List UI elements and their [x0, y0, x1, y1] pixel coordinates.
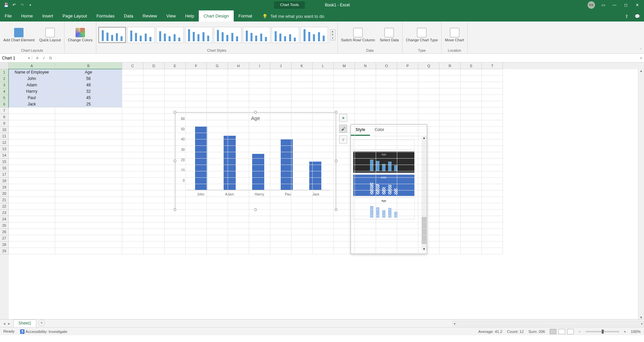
cell-T21[interactable]	[482, 197, 503, 203]
cell-G24[interactable]	[207, 216, 228, 222]
cell-F14[interactable]	[186, 152, 207, 159]
cell-H4[interactable]	[228, 88, 249, 95]
cell-J4[interactable]	[270, 88, 291, 95]
cell-F25[interactable]	[186, 222, 207, 229]
cell-C11[interactable]	[122, 133, 143, 139]
cell-B27[interactable]	[55, 235, 122, 242]
cell-Q23[interactable]	[418, 210, 440, 216]
cell-D3[interactable]	[143, 82, 165, 88]
cell-Q11[interactable]	[418, 133, 440, 139]
cell-R21[interactable]	[440, 197, 461, 203]
cell-L2[interactable]	[313, 76, 334, 82]
cell-K28[interactable]	[291, 242, 313, 248]
row-header-29[interactable]: 29	[0, 248, 9, 254]
cell-N2[interactable]	[355, 76, 376, 82]
status-accessibility[interactable]: ♿ Accessibility: Investigate	[20, 329, 67, 334]
zoom-level[interactable]: 100%	[631, 330, 641, 334]
cell-B29[interactable]	[55, 248, 122, 254]
cell-R2[interactable]	[440, 76, 461, 82]
cell-E1[interactable]	[165, 69, 186, 76]
cell-T7[interactable]	[482, 108, 503, 114]
cell-I29[interactable]	[249, 248, 270, 254]
cell-R15[interactable]	[440, 159, 461, 165]
cell-T29[interactable]	[482, 248, 503, 254]
cell-G23[interactable]	[207, 210, 228, 216]
cell-L27[interactable]	[313, 235, 334, 242]
cell-G26[interactable]	[207, 229, 228, 235]
row-header-1[interactable]: 1	[0, 69, 9, 76]
vertical-scrollbar[interactable]: ▲▼	[638, 69, 644, 319]
cell-E20[interactable]	[165, 190, 186, 197]
cell-N10[interactable]	[355, 127, 376, 133]
cell-F20[interactable]	[186, 190, 207, 197]
row-header-24[interactable]: 24	[0, 216, 9, 222]
cell-R27[interactable]	[440, 235, 461, 242]
cell-P2[interactable]	[397, 76, 418, 82]
row-header-8[interactable]: 8	[0, 114, 9, 120]
cell-K17[interactable]	[291, 171, 313, 178]
cell-E5[interactable]	[165, 95, 186, 101]
cell-F29[interactable]	[186, 248, 207, 254]
cell-J18[interactable]	[270, 178, 291, 184]
cell-N16[interactable]	[355, 165, 376, 171]
column-header-C[interactable]: C	[122, 62, 143, 69]
cell-H21[interactable]	[228, 197, 249, 203]
enter-formula-icon[interactable]: ✓	[42, 56, 46, 60]
cell-P26[interactable]	[397, 229, 418, 235]
cell-K26[interactable]	[291, 229, 313, 235]
cell-A7[interactable]	[9, 108, 55, 114]
cell-E28[interactable]	[165, 242, 186, 248]
cell-B12[interactable]	[55, 139, 122, 146]
cell-E17[interactable]	[165, 171, 186, 178]
cell-I12[interactable]	[249, 139, 270, 146]
cell-M20[interactable]	[334, 190, 355, 197]
cell-N27[interactable]	[355, 235, 376, 242]
cell-S10[interactable]	[461, 127, 482, 133]
cell-S26[interactable]	[461, 229, 482, 235]
collapse-ribbon-icon[interactable]: ˆ	[640, 48, 641, 52]
cell-K24[interactable]	[291, 216, 313, 222]
row-header-28[interactable]: 28	[0, 242, 9, 248]
cell-F23[interactable]	[186, 210, 207, 216]
cell-S5[interactable]	[461, 95, 482, 101]
cell-R14[interactable]	[440, 152, 461, 159]
column-header-F[interactable]: F	[186, 62, 207, 69]
cell-M10[interactable]	[334, 127, 355, 133]
cell-F11[interactable]	[186, 133, 207, 139]
cell-P24[interactable]	[397, 216, 418, 222]
cell-L18[interactable]	[313, 178, 334, 184]
ribbon-style-option-6[interactable]	[243, 27, 270, 43]
cell-A24[interactable]	[9, 216, 55, 222]
cell-L3[interactable]	[313, 82, 334, 88]
cell-N6[interactable]	[355, 101, 376, 108]
cell-I21[interactable]	[249, 197, 270, 203]
cell-D21[interactable]	[143, 197, 165, 203]
cell-N11[interactable]	[355, 133, 376, 139]
cell-F21[interactable]	[186, 197, 207, 203]
comments-icon[interactable]: 💬	[635, 14, 640, 19]
cell-O18[interactable]	[376, 178, 397, 184]
cell-C19[interactable]	[122, 184, 143, 190]
cell-J24[interactable]	[270, 216, 291, 222]
cell-A26[interactable]	[9, 229, 55, 235]
cell-D2[interactable]	[143, 76, 165, 82]
cell-M2[interactable]	[334, 76, 355, 82]
cell-A12[interactable]	[9, 139, 55, 146]
cell-J26[interactable]	[270, 229, 291, 235]
cell-T22[interactable]	[482, 203, 503, 210]
cell-K25[interactable]	[291, 222, 313, 229]
cell-D15[interactable]	[143, 159, 165, 165]
cell-M5[interactable]	[334, 95, 355, 101]
cell-K12[interactable]	[291, 139, 313, 146]
column-header-O[interactable]: O	[376, 62, 397, 69]
cell-K21[interactable]	[291, 197, 313, 203]
cell-B22[interactable]	[55, 203, 122, 210]
cell-H28[interactable]	[228, 242, 249, 248]
cell-G12[interactable]	[207, 139, 228, 146]
cell-L24[interactable]	[313, 216, 334, 222]
cell-P19[interactable]	[397, 184, 418, 190]
cell-G16[interactable]	[207, 165, 228, 171]
cell-S18[interactable]	[461, 178, 482, 184]
cell-M16[interactable]	[334, 165, 355, 171]
cell-T16[interactable]	[482, 165, 503, 171]
